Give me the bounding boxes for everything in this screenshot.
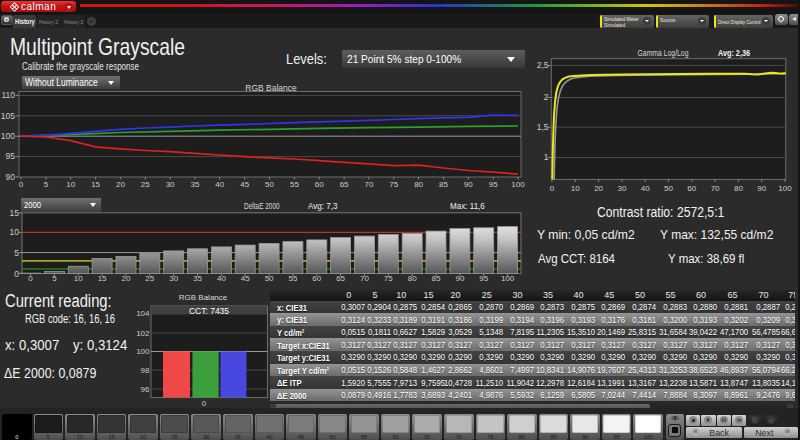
svg-text:10: 10: [10, 227, 20, 237]
svg-text:35: 35: [193, 274, 202, 283]
svg-text:20: 20: [116, 180, 125, 189]
svg-text:95: 95: [489, 180, 498, 189]
svg-text:0: 0: [19, 180, 24, 189]
svg-text:10: 10: [74, 274, 83, 283]
svg-text:85: 85: [432, 274, 441, 283]
svg-text:30: 30: [169, 274, 178, 283]
svg-text:90: 90: [455, 274, 464, 283]
svg-text:65: 65: [336, 274, 345, 283]
svg-text:5: 5: [52, 274, 57, 283]
svg-text:40: 40: [641, 184, 650, 193]
svg-text:75: 75: [389, 180, 398, 189]
svg-text:90: 90: [757, 184, 766, 193]
svg-text:60: 60: [687, 184, 696, 193]
svg-text:96: 96: [141, 385, 150, 394]
svg-text:35: 35: [191, 180, 200, 189]
svg-text:110: 110: [1, 90, 15, 100]
svg-text:2: 2: [544, 92, 549, 102]
svg-text:70: 70: [364, 180, 373, 189]
svg-text:95: 95: [6, 151, 16, 161]
svg-text:50: 50: [265, 180, 274, 189]
svg-text:70: 70: [360, 274, 369, 283]
svg-text:85: 85: [439, 180, 448, 189]
svg-text:100: 100: [511, 180, 525, 189]
svg-text:25: 25: [145, 274, 154, 283]
svg-text:20: 20: [594, 184, 603, 193]
svg-text:65: 65: [340, 180, 349, 189]
svg-text:95: 95: [479, 274, 488, 283]
svg-text:Avg: 2,36: Avg: 2,36: [718, 47, 750, 58]
svg-text:1,5: 1,5: [537, 122, 549, 132]
svg-text:100: 100: [501, 274, 515, 283]
svg-text:55: 55: [290, 180, 299, 189]
svg-text:10: 10: [571, 184, 580, 193]
svg-text:40: 40: [215, 180, 224, 189]
svg-text:105: 105: [1, 111, 15, 121]
svg-text:80: 80: [734, 184, 743, 193]
svg-text:0: 0: [202, 399, 207, 408]
svg-text:90: 90: [6, 172, 16, 182]
svg-text:15: 15: [91, 180, 100, 189]
svg-text:100: 100: [778, 184, 792, 193]
svg-text:30: 30: [166, 180, 175, 189]
svg-text:5: 5: [44, 180, 49, 189]
svg-text:55: 55: [288, 274, 297, 283]
svg-text:100: 100: [136, 347, 150, 356]
svg-text:60: 60: [312, 274, 321, 283]
svg-text:15: 15: [10, 210, 20, 218]
svg-text:30: 30: [617, 184, 626, 193]
svg-text:102: 102: [136, 329, 150, 338]
svg-text:50: 50: [265, 274, 274, 283]
svg-text:50: 50: [664, 184, 673, 193]
svg-text:40: 40: [217, 274, 226, 283]
svg-text:98: 98: [141, 366, 150, 375]
svg-text:2,5: 2,5: [537, 60, 549, 70]
svg-text:CCT: 7435: CCT: 7435: [189, 306, 229, 316]
svg-text:20: 20: [122, 274, 131, 283]
svg-text:70: 70: [711, 184, 720, 193]
svg-text:15: 15: [98, 274, 107, 283]
svg-text:80: 80: [414, 180, 423, 189]
svg-text:90: 90: [464, 180, 473, 189]
svg-text:1: 1: [544, 152, 549, 162]
svg-text:25: 25: [141, 180, 150, 189]
svg-text:100: 100: [1, 131, 15, 141]
svg-text:80: 80: [408, 274, 417, 283]
svg-text:104: 104: [136, 309, 150, 318]
svg-text:RGB Balance: RGB Balance: [179, 293, 228, 302]
svg-text:0: 0: [28, 274, 33, 283]
svg-text:Gamma Log/Log: Gamma Log/Log: [638, 48, 689, 58]
svg-text:0: 0: [14, 269, 19, 279]
svg-text:60: 60: [315, 180, 324, 189]
svg-text:75: 75: [384, 274, 393, 283]
svg-text:45: 45: [241, 274, 250, 283]
svg-text:0: 0: [550, 184, 555, 193]
svg-text:45: 45: [240, 180, 249, 189]
svg-text:10: 10: [66, 180, 75, 189]
svg-text:5: 5: [14, 248, 19, 258]
